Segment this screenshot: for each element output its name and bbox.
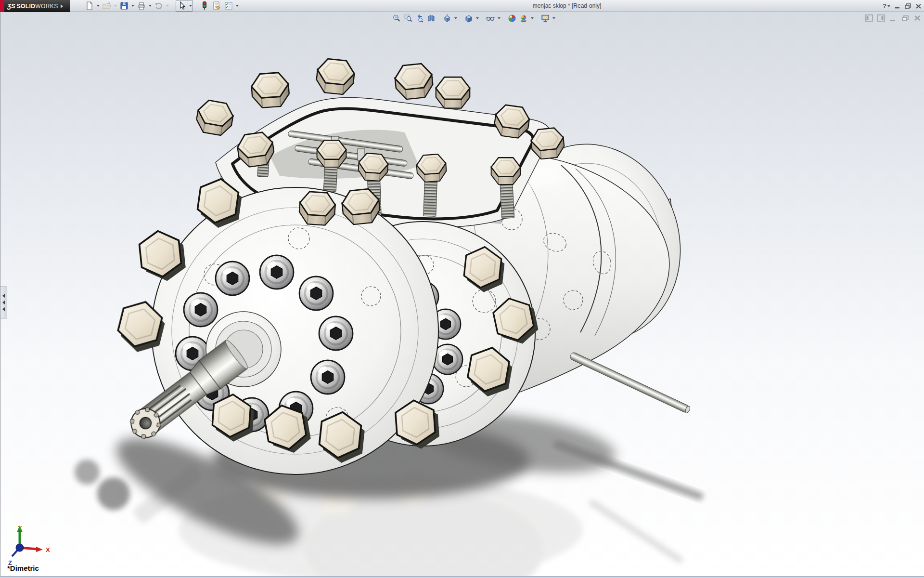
view-orientation-dropdown[interactable] [453,13,458,23]
document-title: menjac sklop * [Read-only] [533,0,602,12]
display-style-button[interactable] [463,13,474,23]
toggle-left-pane-button[interactable] [865,14,873,22]
previous-view-button[interactable] [414,13,424,23]
options-icon [224,1,233,11]
new-document-button[interactable] [84,0,95,11]
toggle-left-pane-icon [865,14,873,22]
main-toolbar [70,0,240,12]
open-button[interactable] [101,0,113,11]
status-bar-edge [0,576,924,578]
triad-x-label: X [46,546,50,553]
minimize-document-icon [889,15,897,22]
apply-scene-button[interactable] [518,13,528,23]
window-controls: ? [883,0,922,12]
restore-icon [904,3,911,9]
section-view-button[interactable] [426,13,436,23]
model-3d-render[interactable] [0,12,924,576]
select-cursor-icon [178,1,186,10]
save-icon [119,1,129,11]
undo-button[interactable] [153,0,165,11]
open-icon [102,1,112,11]
triad-x-arrow [36,547,43,552]
titlebar: ƷS SOLID WORKS [0,0,924,12]
apply-scene-dropdown[interactable] [530,13,534,23]
help-dropdown-arrow [887,5,890,7]
menu-expander-arrow[interactable] [61,4,63,8]
view-settings-icon [541,14,550,23]
view-settings-button[interactable] [540,13,550,23]
display-style-dropdown[interactable] [475,13,479,23]
help-button[interactable]: ? [883,2,890,11]
help-icon: ? [883,2,886,10]
toggle-right-pane-icon [877,14,885,22]
file-properties-icon [212,1,221,11]
close-button[interactable] [914,2,922,11]
close-icon [915,3,922,9]
minimize-document-button[interactable] [889,14,897,22]
logo-text-works: WORKS [35,3,58,10]
view-orientation-label: *Dimetric [7,564,39,572]
minimize-icon [894,3,900,9]
hide-show-items-dropdown[interactable] [497,13,501,23]
collapse-arrow-icon [2,301,5,304]
zoom-to-area-button[interactable] [403,13,413,23]
zoom-to-area-icon [404,14,412,23]
feature-pane-collapsed-tab[interactable] [0,287,7,318]
save-button[interactable] [118,0,130,11]
print-icon [137,1,146,11]
edit-appearance-icon [508,14,516,23]
headsup-view-toolbar [391,13,556,23]
view-settings-dropdown[interactable] [552,13,556,23]
document-window-controls [865,14,921,22]
file-properties-button[interactable] [211,0,222,11]
minimize-button[interactable] [893,2,901,11]
print-dropdown[interactable] [148,0,153,11]
restore-button[interactable] [904,2,911,11]
dassault-mark: ƷS [7,2,15,10]
print-button[interactable] [136,0,147,11]
edit-appearance-button[interactable] [507,13,517,23]
open-dropdown[interactable] [113,0,118,11]
new-document-dropdown[interactable] [96,0,101,11]
section-view-icon [427,14,436,23]
display-style-icon [464,14,473,23]
zoom-to-fit-button[interactable] [391,13,401,23]
save-dropdown[interactable] [130,0,135,11]
hide-show-items-icon [486,14,495,23]
close-document-icon [914,15,921,21]
select-tool-dropdown[interactable] [188,0,192,11]
new-document-icon [85,1,94,11]
apply-scene-icon [519,14,528,23]
brand-red-stripe [0,0,4,12]
logo-text-solid: SOLID [17,3,36,10]
zoom-to-fit-icon [392,14,401,23]
select-tool-button[interactable] [176,0,188,11]
undo-dropdown[interactable] [165,0,170,11]
restore-document-button[interactable] [901,14,909,22]
select-tool-frame [176,0,193,12]
restore-document-icon [901,15,909,22]
close-document-button[interactable] [913,14,921,22]
toggle-right-pane-button[interactable] [877,14,885,22]
previous-view-icon [415,14,424,23]
rebuild-traffic-light-icon [200,1,209,11]
undo-icon [154,1,164,11]
output-rod [569,352,691,414]
hide-show-items-button[interactable] [485,13,495,23]
graphics-viewport[interactable]: Y X Z *Dimetric [0,12,924,576]
view-orientation-button[interactable] [442,13,452,23]
options-button[interactable] [223,0,234,11]
triad-z-ball [16,544,24,552]
collapse-arrow-icon [2,294,5,298]
view-orientation-icon [443,14,451,23]
solidworks-logo: ƷS SOLID WORKS [0,0,70,12]
collapse-arrow-icon [2,307,5,311]
options-dropdown[interactable] [235,0,240,11]
triad-y-label: Y [18,525,22,532]
rebuild-button[interactable] [199,0,210,11]
